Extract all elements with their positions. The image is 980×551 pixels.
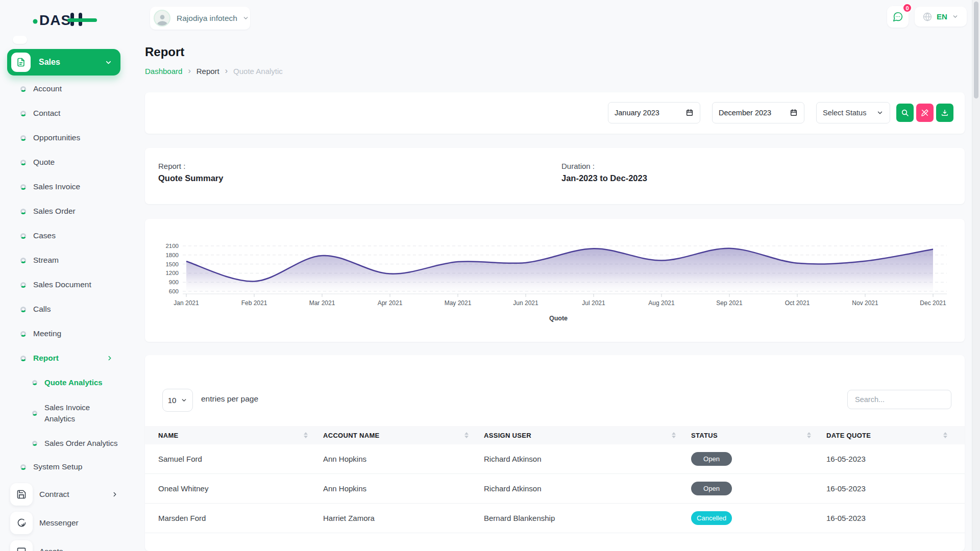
report-value: Quote Summary <box>158 173 223 183</box>
entries-per-page-select[interactable]: 10 <box>162 389 193 412</box>
column-header-status[interactable]: STATUS <box>691 432 826 439</box>
sidebar-item-label: Sales <box>39 58 60 67</box>
bullet-icon <box>20 331 26 337</box>
column-header-account-name[interactable]: ACCOUNT NAME <box>323 432 484 439</box>
report-label: Report : <box>158 162 223 170</box>
sidebar-item-messenger[interactable]: Messenger <box>0 509 145 537</box>
sidebar-menu: Account Contact Opportunities Quote Sale… <box>0 77 145 479</box>
cell-name: Oneal Whitney <box>158 484 323 493</box>
messages-button[interactable]: 0 <box>887 6 909 28</box>
svg-text:Sep 2021: Sep 2021 <box>716 299 743 307</box>
status-select-value: Select Status <box>823 109 866 117</box>
duration-label: Duration : <box>561 162 647 170</box>
sidebar-item-account[interactable]: Account <box>0 77 145 101</box>
table-row: Oneal Whitney Ann Hopkins Richard Atkins… <box>145 474 965 504</box>
sidebar-item-quote-analytics[interactable]: Quote Analytics <box>0 370 145 395</box>
language-label: EN <box>937 12 947 21</box>
sidebar-item-assets[interactable]: Assets <box>0 537 145 551</box>
language-selector[interactable]: EN <box>915 7 967 27</box>
sidebar-item-quote[interactable]: Quote <box>0 150 145 174</box>
sort-icon <box>464 432 469 438</box>
sidebar-item-sales[interactable]: Sales <box>7 49 120 76</box>
sidebar-item-meeting[interactable]: Meeting <box>0 321 145 346</box>
breadcrumb-dashboard[interactable]: Dashboard <box>145 67 182 76</box>
sidebar-item-sales-document[interactable]: Sales Document <box>0 272 145 297</box>
svg-text:Jun 2021: Jun 2021 <box>513 299 538 307</box>
sidebar-item-sales-invoice[interactable]: Sales Invoice <box>0 174 145 199</box>
svg-text:Oct 2021: Oct 2021 <box>785 299 810 307</box>
breadcrumb-separator: › <box>225 66 228 76</box>
status-badge: Open <box>691 452 732 466</box>
cell-date: 16-05-2023 <box>826 514 952 522</box>
scrollbar-track[interactable] <box>972 0 980 551</box>
cell-status: Cancelled <box>691 511 826 525</box>
contract-save-icon <box>10 483 33 506</box>
cell-assign: Richard Atkinson <box>484 455 691 463</box>
calendar-icon <box>790 109 798 117</box>
organization-selector[interactable]: Rajodiya infotech <box>150 7 250 30</box>
quote-chart-card: 2100180015001200900600Jan 2021Feb 2021Ma… <box>145 219 965 342</box>
assets-device-icon <box>10 540 33 551</box>
chevron-right-icon <box>106 355 113 362</box>
sidebar-item-cases[interactable]: Cases <box>0 223 145 248</box>
chevron-down-icon <box>952 13 959 20</box>
bullet-icon <box>20 135 26 141</box>
bullet-icon <box>20 160 26 165</box>
column-header-name[interactable]: NAME <box>158 432 323 439</box>
scrolled-item-peek <box>13 36 27 44</box>
cell-account: Ann Hopkins <box>323 484 484 493</box>
column-header-assign-user[interactable]: ASSIGN USER <box>484 432 691 439</box>
from-month-input[interactable]: January 2023 <box>608 102 700 123</box>
sidebar-item-sales-order-analytics[interactable]: Sales Order Analytics <box>0 432 145 455</box>
bullet-icon <box>32 380 37 385</box>
report-summary-card: Report : Quote Summary Duration : Jan-20… <box>145 148 965 204</box>
svg-text:Dec 2021: Dec 2021 <box>920 299 946 307</box>
sidebar-item-sales-order[interactable]: Sales Order <box>0 199 145 223</box>
svg-text:2100: 2100 <box>165 243 179 249</box>
apply-search-button[interactable] <box>896 104 914 122</box>
cell-status: Open <box>691 452 826 466</box>
cell-status: Open <box>691 482 826 495</box>
to-month-input[interactable]: December 2023 <box>712 102 804 123</box>
chevron-down-icon <box>242 15 249 21</box>
table-row: Marsden Ford Harriet Zamora Bernard Blan… <box>145 504 965 533</box>
svg-text:Feb 2021: Feb 2021 <box>241 299 267 307</box>
globe-icon <box>923 12 932 21</box>
sidebar: DAS Sales Account Contact Opportunities … <box>0 0 145 551</box>
download-icon <box>941 109 949 117</box>
bullet-icon <box>20 233 26 239</box>
chevron-down-icon <box>876 109 884 116</box>
sidebar-item-report[interactable]: Report <box>0 346 145 370</box>
quote-area-chart: 2100180015001200900600Jan 2021Feb 2021Ma… <box>158 235 954 342</box>
sidebar-item-contact[interactable]: Contact <box>0 101 145 126</box>
download-button[interactable] <box>936 104 953 122</box>
status-select[interactable]: Select Status <box>816 102 890 123</box>
sidebar-item-stream[interactable]: Stream <box>0 248 145 272</box>
sales-file-icon <box>11 53 31 72</box>
to-month-value: December 2023 <box>719 109 771 117</box>
scrollbar-thumb[interactable] <box>974 2 978 98</box>
breadcrumb-report[interactable]: Report <box>197 67 219 76</box>
bullet-icon <box>20 209 26 214</box>
sidebar-item-contract[interactable]: Contract <box>0 480 145 509</box>
sidebar-item-calls[interactable]: Calls <box>0 297 145 321</box>
sidebar-item-sales-invoice-analytics[interactable]: Sales Invoice Analytics <box>0 395 145 432</box>
bullet-icon <box>20 86 26 92</box>
sort-icon <box>943 432 947 438</box>
svg-text:May 2021: May 2021 <box>445 299 472 307</box>
svg-text:1200: 1200 <box>165 270 179 276</box>
search-input[interactable] <box>847 390 951 409</box>
column-header-date-quote[interactable]: DATE QUOTE <box>826 432 952 439</box>
clear-filter-button[interactable] <box>916 104 934 122</box>
svg-text:Apr 2021: Apr 2021 <box>378 299 403 307</box>
page-title: Report <box>145 45 184 59</box>
duration-value: Jan-2023 to Dec-2023 <box>561 173 647 183</box>
sort-icon <box>304 432 308 438</box>
bullet-icon <box>20 258 26 263</box>
table-row: Samuel Ford Ann Hopkins Richard Atkinson… <box>145 444 965 474</box>
sidebar-item-system-setup[interactable]: System Setup <box>0 455 145 479</box>
sidebar-item-opportunities[interactable]: Opportunities <box>0 126 145 150</box>
dash-logo[interactable]: DAS <box>33 11 99 30</box>
svg-text:DAS: DAS <box>39 12 71 28</box>
chevron-right-icon <box>111 491 118 498</box>
